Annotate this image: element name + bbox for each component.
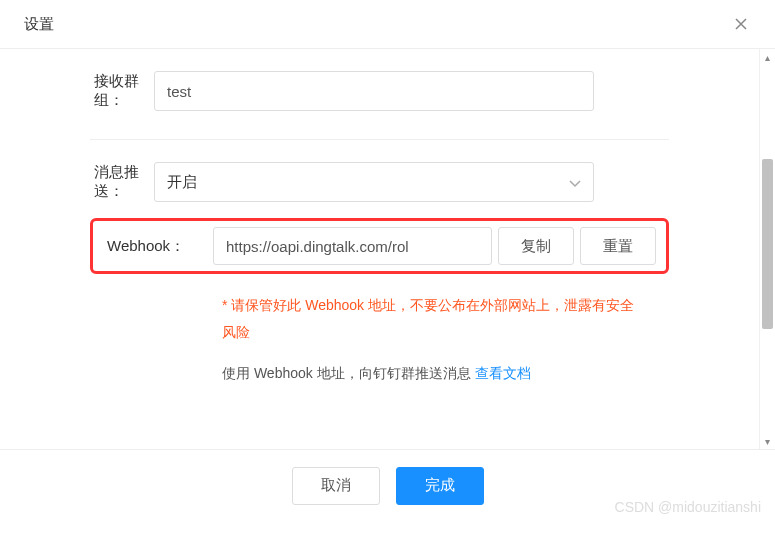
webhook-warning: * 请保管好此 Webhook 地址，不要公布在外部网站上，泄露有安全风险 [222,292,642,345]
scroll-thumb[interactable] [762,159,773,329]
group-row: 接收群组： [0,71,759,111]
scroll-up-arrow[interactable]: ▴ [760,49,775,65]
scroll-down-arrow[interactable]: ▾ [760,433,775,449]
usage-text: 使用 Webhook 地址，向钉钉群推送消息 [222,365,475,381]
watermark: CSDN @midouzitianshi [615,499,761,515]
push-label: 消息推送： [24,163,154,201]
webhook-input[interactable] [213,227,492,265]
push-value: 开启 [167,173,197,192]
copy-button[interactable]: 复制 [498,227,574,265]
webhook-label: Webhook： [103,227,213,265]
cancel-button[interactable]: 取消 [292,467,380,505]
form-content: 接收群组： 消息推送： 开启 Webhook： [0,49,759,449]
group-label: 接收群组： [24,72,154,110]
modal-footer: 取消 完成 CSDN @midouzitianshi [0,449,775,521]
vertical-scrollbar[interactable]: ▴ ▾ [759,49,775,449]
submit-button[interactable]: 完成 [396,467,484,505]
settings-modal: 设置 接收群组： 消息推送： 开启 [0,0,775,535]
webhook-usage: 使用 Webhook 地址，向钉钉群推送消息 查看文档 [222,361,669,386]
webhook-row: Webhook： 复制 重置 [90,218,669,274]
modal-title: 设置 [24,15,54,34]
modal-body: 接收群组： 消息推送： 开启 Webhook： [0,49,775,449]
chevron-down-icon [569,174,581,191]
group-input[interactable] [154,71,594,111]
close-icon [733,16,749,32]
push-row: 消息推送： 开启 [0,162,759,202]
push-select[interactable]: 开启 [154,162,594,202]
reset-button[interactable]: 重置 [580,227,656,265]
close-button[interactable] [731,14,751,34]
doc-link[interactable]: 查看文档 [475,365,531,381]
modal-header: 设置 [0,0,775,49]
section-divider [90,139,669,140]
